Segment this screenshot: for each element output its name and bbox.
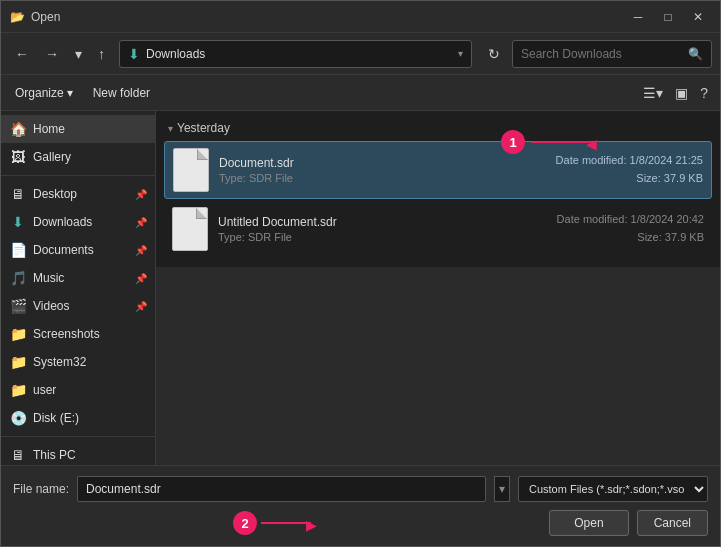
up-button[interactable]: ↑ — [92, 40, 111, 68]
title-bar: 📂 Open ─ □ ✕ — [1, 1, 720, 33]
sidebar-item-system32[interactable]: 📁 System32 — [1, 348, 155, 376]
cancel-button[interactable]: Cancel — [637, 510, 708, 536]
view-icon: ☰ — [643, 85, 656, 101]
sidebar: 🏠 Home 🖼 Gallery 🖥 Desktop 📌 ⬇ Downloads… — [1, 111, 156, 465]
sidebar-label-music: Music — [33, 271, 129, 285]
file-name-document-sdr: Document.sdr — [219, 156, 556, 170]
filetype-select[interactable]: Custom Files (*.sdr;*.sdon;*.vso — [518, 476, 708, 502]
annotation-badge-2: 2 — [233, 511, 257, 535]
group-header-yesterday: ▾ Yesterday — [164, 119, 712, 137]
music-pin-icon: 📌 — [135, 273, 147, 284]
sidebar-item-videos[interactable]: 🎬 Videos 📌 — [1, 292, 155, 320]
view-controls: ☰ ▾ ▣ ? — [639, 80, 712, 106]
dialog-icon: 📂 — [9, 9, 25, 25]
file-name-untitled-document-sdr: Untitled Document.sdr — [218, 215, 557, 229]
help-button[interactable]: ? — [696, 80, 712, 106]
sidebar-item-disk-e[interactable]: 💿 Disk (E:) — [1, 404, 155, 432]
bottom-bar: File name: ▾ Custom Files (*.sdr;*.sdon;… — [1, 465, 720, 546]
sidebar-item-screenshots[interactable]: 📁 Screenshots — [1, 320, 155, 348]
sidebar-item-music[interactable]: 🎵 Music 📌 — [1, 264, 155, 292]
sidebar-item-downloads[interactable]: ⬇ Downloads 📌 — [1, 208, 155, 236]
screenshots-icon: 📁 — [9, 325, 27, 343]
address-bar-icon: ⬇ — [128, 46, 140, 62]
organize-button[interactable]: Organize ▾ — [9, 82, 79, 104]
music-icon: 🎵 — [9, 269, 27, 287]
sidebar-label-videos: Videos — [33, 299, 129, 313]
file-item-untitled-document-sdr[interactable]: Untitled Document.sdr Type: SDR File Dat… — [164, 201, 712, 257]
sidebar-label-disk-e: Disk (E:) — [33, 411, 147, 425]
this-pc-icon: 🖥 — [9, 446, 27, 464]
desktop-icon: 🖥 — [9, 185, 27, 203]
minimize-button[interactable]: ─ — [624, 7, 652, 27]
dialog-title: Open — [31, 10, 624, 24]
file-type-untitled-document-sdr: Type: SDR File — [218, 231, 557, 243]
desktop-pin-icon: 📌 — [135, 189, 147, 200]
home-icon: 🏠 — [9, 120, 27, 138]
open-dialog: 📂 Open ─ □ ✕ ← → ▾ ↑ ⬇ Downloads ▾ ↻ 🔍 O… — [0, 0, 721, 547]
sidebar-divider-1 — [1, 175, 155, 176]
group-chevron-icon: ▾ — [168, 123, 173, 134]
file-info-untitled-document-sdr: Untitled Document.sdr Type: SDR File — [218, 215, 557, 243]
address-dropdown-icon[interactable]: ▾ — [458, 48, 463, 59]
forward-button[interactable]: → — [39, 40, 65, 68]
file-area: ▾ Yesterday Document.sdr Type: SDR File … — [156, 111, 720, 267]
file-date-document-sdr: Date modified: 1/8/2024 21:25 — [556, 152, 703, 170]
documents-icon: 📄 — [9, 241, 27, 259]
search-input[interactable] — [521, 47, 682, 61]
filename-row: File name: ▾ Custom Files (*.sdr;*.sdon;… — [13, 476, 708, 502]
disk-e-icon: 💿 — [9, 409, 27, 427]
documents-pin-icon: 📌 — [135, 245, 147, 256]
sidebar-label-desktop: Desktop — [33, 187, 129, 201]
file-icon-document-sdr — [173, 148, 209, 192]
file-icon-untitled-document-sdr — [172, 207, 208, 251]
navigation-toolbar: ← → ▾ ↑ ⬇ Downloads ▾ ↻ 🔍 — [1, 33, 720, 75]
filename-dropdown-button[interactable]: ▾ — [494, 476, 510, 502]
back-button[interactable]: ← — [9, 40, 35, 68]
file-type-document-sdr: Type: SDR File — [219, 172, 556, 184]
sidebar-divider-2 — [1, 436, 155, 437]
address-bar-text: Downloads — [146, 47, 452, 61]
sidebar-item-documents[interactable]: 📄 Documents 📌 — [1, 236, 155, 264]
file-area-wrapper: ▾ Yesterday Document.sdr Type: SDR File … — [156, 111, 720, 465]
file-size-untitled-document-sdr: Size: 37.9 KB — [557, 229, 704, 247]
file-meta-untitled-document-sdr: Date modified: 1/8/2024 20:42 Size: 37.9… — [557, 211, 704, 246]
secondary-toolbar: Organize ▾ New folder ☰ ▾ ▣ ? — [1, 75, 720, 111]
user-icon: 📁 — [9, 381, 27, 399]
sidebar-item-home[interactable]: 🏠 Home — [1, 115, 155, 143]
window-controls: ─ □ ✕ — [624, 7, 712, 27]
sidebar-label-user: user — [33, 383, 147, 397]
pane-button[interactable]: ▣ — [671, 80, 692, 106]
sidebar-item-this-pc[interactable]: 🖥 This PC — [1, 441, 155, 465]
view-toggle-button[interactable]: ☰ ▾ — [639, 80, 667, 106]
new-folder-button[interactable]: New folder — [87, 82, 156, 104]
sidebar-item-desktop[interactable]: 🖥 Desktop 📌 — [1, 180, 155, 208]
file-meta-document-sdr: Date modified: 1/8/2024 21:25 Size: 37.9… — [556, 152, 703, 187]
videos-pin-icon: 📌 — [135, 301, 147, 312]
filename-input[interactable] — [77, 476, 486, 502]
file-info-document-sdr: Document.sdr Type: SDR File — [219, 156, 556, 184]
action-buttons-row: 2 ▶ Open Cancel — [13, 510, 708, 536]
file-item-document-sdr[interactable]: Document.sdr Type: SDR File Date modifie… — [164, 141, 712, 199]
sidebar-item-user[interactable]: 📁 user — [1, 376, 155, 404]
search-bar[interactable]: 🔍 — [512, 40, 712, 68]
main-content: 🏠 Home 🖼 Gallery 🖥 Desktop 📌 ⬇ Downloads… — [1, 111, 720, 465]
view-dropdown-icon: ▾ — [656, 85, 663, 101]
dropdown-button[interactable]: ▾ — [69, 40, 88, 68]
downloads-pin-icon: 📌 — [135, 217, 147, 228]
sidebar-item-gallery[interactable]: 🖼 Gallery — [1, 143, 155, 171]
gallery-icon: 🖼 — [9, 148, 27, 166]
close-button[interactable]: ✕ — [684, 7, 712, 27]
system32-icon: 📁 — [9, 353, 27, 371]
pane-icon: ▣ — [675, 85, 688, 101]
sidebar-label-home: Home — [33, 122, 147, 136]
address-bar[interactable]: ⬇ Downloads ▾ — [119, 40, 472, 68]
sidebar-label-this-pc: This PC — [33, 448, 147, 462]
videos-icon: 🎬 — [9, 297, 27, 315]
sidebar-label-gallery: Gallery — [33, 150, 147, 164]
maximize-button[interactable]: □ — [654, 7, 682, 27]
refresh-button[interactable]: ↻ — [480, 40, 508, 68]
open-button[interactable]: Open — [549, 510, 628, 536]
filename-label: File name: — [13, 482, 69, 496]
sidebar-label-system32: System32 — [33, 355, 147, 369]
sidebar-label-screenshots: Screenshots — [33, 327, 147, 341]
